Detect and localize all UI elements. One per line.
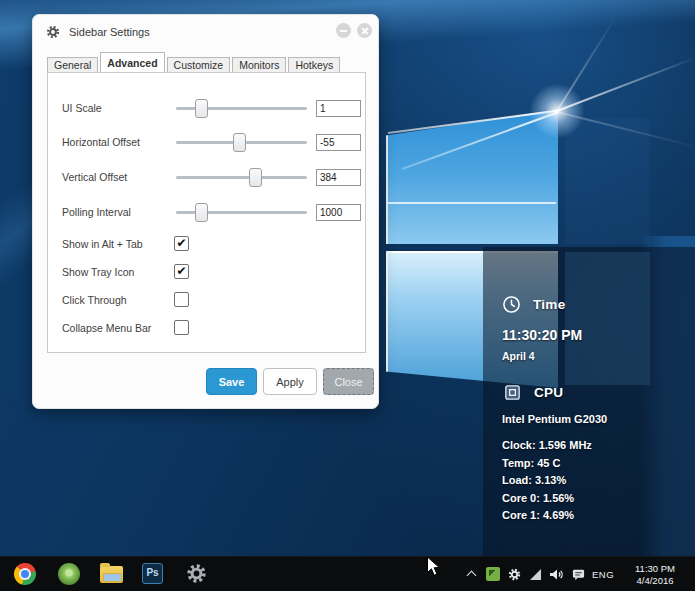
horizontal-offset-input[interactable] <box>316 134 361 151</box>
settings-gear-icon[interactable] <box>186 563 207 584</box>
ui-scale-input[interactable] <box>316 100 361 117</box>
minimize-button[interactable] <box>336 23 351 38</box>
file-explorer-icon[interactable] <box>100 566 123 583</box>
time-date: April 4 <box>502 350 535 362</box>
show-tray-icon-checkbox[interactable]: ✔ <box>174 264 189 279</box>
minimize-icon <box>340 30 347 32</box>
sidebar-settings-dialog: Sidebar Settings General Advanced Custom… <box>32 14 379 409</box>
windows-logo-reflection <box>388 202 556 204</box>
collapse-menu-bar-checkbox[interactable] <box>174 320 189 335</box>
mouse-cursor <box>426 556 441 577</box>
time-value: 11:30:20 PM <box>502 327 582 343</box>
polling-interval-slider[interactable] <box>176 211 307 214</box>
time-widget-header: Time <box>502 295 565 314</box>
show-in-alt-tab-checkbox[interactable]: ✔ <box>174 236 189 251</box>
horizontal-offset-slider[interactable] <box>176 141 307 144</box>
ui-scale-slider[interactable] <box>176 107 307 110</box>
tray-sidebar-app-icon[interactable] <box>486 567 500 581</box>
time-widget-title: Time <box>533 297 565 312</box>
clock-date: 4/4/2016 <box>620 575 690 587</box>
show-in-alt-tab-label: Show in Alt + Tab <box>62 234 143 254</box>
close-button[interactable] <box>357 23 372 38</box>
tab-bar: General Advanced Customize Monitors Hotk… <box>47 55 342 72</box>
tab-general[interactable]: General <box>47 57 98 72</box>
taskbar-clock[interactable]: 11:30 PM 4/4/2016 <box>620 563 690 586</box>
green-app-icon[interactable] <box>58 563 80 585</box>
click-through-checkbox[interactable] <box>174 292 189 307</box>
close-dialog-button[interactable]: Close <box>323 368 374 395</box>
tray-gear-icon[interactable] <box>508 568 521 581</box>
desktop: Time 11:30:20 PM April 4 CPU Intel Penti… <box>0 0 695 591</box>
cpu-widget-title: CPU <box>534 385 563 400</box>
cpu-stat-temp: Temp: 45 C <box>502 455 592 473</box>
action-center-icon[interactable] <box>572 568 585 581</box>
dialog-title: Sidebar Settings <box>69 26 150 38</box>
cpu-processor-name: Intel Pentium G2030 <box>502 413 607 425</box>
show-tray-icon-label: Show Tray Icon <box>62 262 134 282</box>
cpu-widget-header: CPU <box>503 383 563 402</box>
cpu-chip-icon <box>503 383 522 402</box>
apply-button[interactable]: Apply <box>263 368 317 395</box>
polling-interval-label: Polling Interval <box>62 202 131 222</box>
slider-thumb[interactable] <box>233 133 246 152</box>
tab-hotkeys[interactable]: Hotkeys <box>288 57 340 72</box>
tray-expand-chevron-icon[interactable] <box>467 571 477 581</box>
gear-icon <box>46 25 60 39</box>
taskbar: Ps ENG 11:30 PM 4/4/2016 <box>0 556 695 591</box>
slider-thumb[interactable] <box>195 99 208 118</box>
network-icon[interactable] <box>529 568 542 581</box>
click-through-label: Click Through <box>62 290 127 310</box>
vertical-offset-label: Vertical Offset <box>62 167 127 187</box>
tab-advanced[interactable]: Advanced <box>100 52 164 72</box>
cpu-stat-load: Load: 3.13% <box>502 472 592 490</box>
tab-customize[interactable]: Customize <box>167 57 231 72</box>
horizontal-offset-label: Horizontal Offset <box>62 132 140 152</box>
settings-panel: UI Scale Horizontal Offset Vertical Offs… <box>47 72 366 353</box>
speaker-icon[interactable] <box>549 568 563 581</box>
collapse-menu-bar-label: Collapse Menu Bar <box>62 318 151 338</box>
tab-monitors[interactable]: Monitors <box>232 57 286 72</box>
chrome-icon[interactable] <box>14 563 36 585</box>
photoshop-icon[interactable]: Ps <box>142 563 163 584</box>
cpu-stat-clock: Clock: 1.596 MHz <box>502 437 592 455</box>
cpu-stat-core1: Core 1: 4.69% <box>502 507 592 525</box>
sidebar-widget-panel: Time 11:30:20 PM April 4 CPU Intel Penti… <box>483 247 695 556</box>
vertical-offset-input[interactable] <box>316 169 361 186</box>
cpu-stats-list: Clock: 1.596 MHz Temp: 45 C Load: 3.13% … <box>502 437 592 525</box>
dialog-titlebar[interactable]: Sidebar Settings <box>33 15 378 49</box>
slider-thumb[interactable] <box>249 168 262 187</box>
clock-icon <box>502 295 521 314</box>
save-button[interactable]: Save <box>206 368 257 395</box>
slider-thumb[interactable] <box>195 203 208 222</box>
vertical-offset-slider[interactable] <box>176 176 307 179</box>
polling-interval-input[interactable] <box>316 204 361 221</box>
cpu-stat-core0: Core 0: 1.56% <box>502 490 592 508</box>
clock-time: 11:30 PM <box>620 563 690 575</box>
language-indicator[interactable]: ENG <box>592 569 614 580</box>
ui-scale-label: UI Scale <box>62 98 102 118</box>
